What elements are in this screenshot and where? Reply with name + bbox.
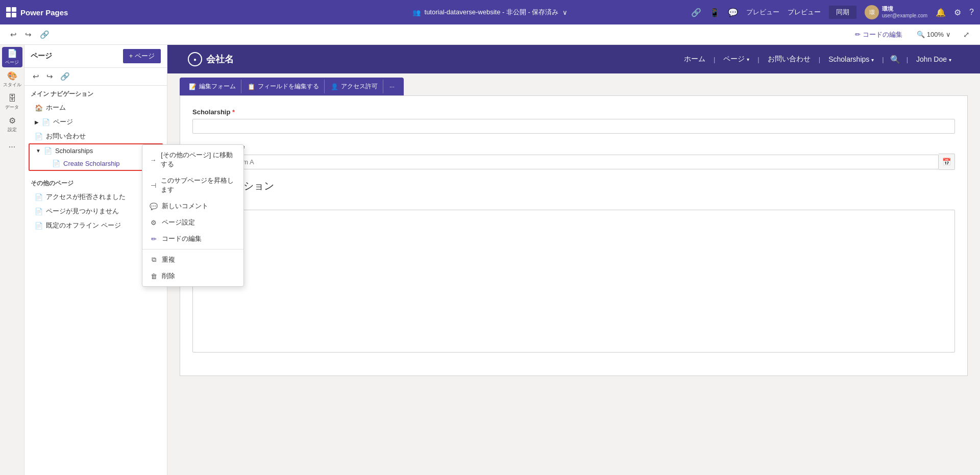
nav-item-page[interactable]: ▶ 📄 ページ [24, 115, 167, 129]
section-title: 新しいセクション [192, 179, 955, 193]
sidebar-item-data[interactable]: 🗄 データ [2, 92, 22, 112]
create-scholarship-icon: 📄 [52, 160, 60, 167]
offline-icon: 📄 [35, 222, 43, 230]
sidebar-item-pages[interactable]: 📄 ページ [2, 47, 22, 67]
panel-redo-button[interactable]: ↪ [44, 71, 55, 82]
help-icon[interactable]: ? [969, 8, 974, 17]
scholarships-section: ▼ 📄 Scholarships 📄 Create Scholarship ··… [29, 143, 163, 171]
access-denied-icon: 📄 [35, 193, 43, 201]
date-input-wrapper: 📅 [192, 154, 955, 170]
application-date-field-group: Application Date 📅 [192, 143, 955, 170]
nav-page-label: ページ [53, 117, 73, 127]
sync-button[interactable]: 同期 [829, 6, 856, 19]
top-bar: Power Pages 👥 tutorial-dataverse-website… [0, 0, 980, 24]
website-logo: ● 会社名 [188, 52, 234, 66]
edit-form-icon: 📝 [189, 83, 197, 90]
nav-item-home[interactable]: 🏠 ホーム [24, 101, 167, 115]
app-name: Power Pages [20, 8, 68, 17]
scholarship-field-group: Scholarship * [192, 108, 955, 134]
date-input[interactable] [192, 155, 939, 169]
zoom-control[interactable]: 🔍 100% ∨ [913, 29, 955, 40]
ctx-page-settings[interactable]: ⚙ ページ設定 [142, 214, 243, 231]
edit-form-button[interactable]: 📝 編集フォーム [184, 80, 241, 93]
scholarship-input[interactable] [192, 119, 955, 134]
comment-icon[interactable]: 💬 [728, 8, 738, 17]
more-icon: ··· [9, 142, 15, 152]
form-editor-area: 📝 編集フォーム 📋 フィールドを編集する 👤 アクセス許可 ··· [167, 73, 980, 475]
required-indicator: * [232, 108, 235, 116]
link-button[interactable]: 🔗 [38, 29, 52, 40]
site-info: 👥 tutorial-dataverse-website - 非公開 - 保存済… [412, 8, 568, 17]
chevron-icon: ▶ [35, 119, 39, 125]
ctx-duplicate[interactable]: ⧉ 重複 [142, 252, 243, 268]
edit-fields-button[interactable]: 📋 フィールドを編集する [242, 80, 325, 93]
app-logo: Power Pages [6, 7, 68, 17]
ctx-promote[interactable]: ⊣ このサブページを昇格します [142, 172, 243, 198]
description-label: Description [192, 199, 955, 207]
device-icon[interactable]: 📱 [709, 8, 720, 17]
nav-home-label: ホーム [46, 103, 66, 112]
contact-icon: 📄 [35, 133, 43, 140]
website-nav-scholarships[interactable]: Scholarships [820, 55, 882, 63]
logo-circle: ● [188, 52, 202, 66]
expand-button[interactable]: ⤢ [961, 29, 972, 40]
delete-icon: 🗑 [150, 272, 158, 280]
form-toolbar: 📝 編集フォーム 📋 フィールドを編集する 👤 アクセス許可 ··· [180, 78, 404, 95]
top-bar-right: 🔗 📱 💬 プレビュー プレビュー 同期 環 環境 user@example.c… [691, 5, 974, 19]
code-edit-button[interactable]: ✏ コードの編集 [851, 28, 906, 41]
website-search-icon[interactable]: 🔍 [890, 55, 900, 64]
ctx-code-icon: ✏ [150, 235, 158, 243]
navigate-icon: → [150, 156, 157, 164]
site-dropdown-icon[interactable]: ∨ [562, 9, 568, 16]
access-button[interactable]: 👤 アクセス許可 [326, 80, 383, 93]
website-header: ● 会社名 ホーム | ページ | お問い合わせ | Scholarships … [167, 45, 980, 73]
edit-fields-label: フィールドを編集する [258, 82, 319, 91]
second-bar-right: ✏ コードの編集 🔍 100% ∨ ⤢ [851, 28, 972, 41]
ctx-new-comment[interactable]: 💬 新しいコメント [142, 198, 243, 214]
ctx-settings-label: ページ設定 [162, 218, 195, 227]
calendar-button[interactable]: 📅 [939, 154, 955, 170]
pages-panel-header: ページ + ページ [24, 45, 167, 68]
description-input[interactable] [192, 210, 955, 353]
more-form-icon: ··· [389, 83, 395, 90]
undo-button[interactable]: ↩ [8, 29, 19, 40]
preview-label[interactable]: プレビュー [788, 8, 821, 17]
add-page-button[interactable]: + ページ [123, 49, 161, 63]
data-icon: 🗄 [8, 94, 16, 103]
website-user[interactable]: John Doe [908, 55, 960, 63]
preview-button[interactable]: プレビュー [746, 8, 779, 17]
styles-icon: 🎨 [7, 71, 17, 81]
scholarships-chevron: ▼ [36, 148, 41, 154]
bell-icon[interactable]: 🔔 [936, 8, 946, 17]
more-form-button[interactable]: ··· [384, 81, 400, 93]
ctx-code-edit[interactable]: ✏ コードの編集 [142, 231, 243, 247]
ctx-delete[interactable]: 🗑 削除 [142, 268, 243, 284]
sidebar-item-settings[interactable]: ⚙ 設定 [2, 114, 22, 135]
zoom-icon: 🔍 [917, 31, 925, 38]
main-nav-title: メイン ナビゲーション [24, 86, 167, 101]
application-date-label: Application Date [192, 143, 955, 151]
new-comment-icon: 💬 [150, 203, 158, 210]
settings-icon[interactable]: ⚙ [954, 8, 961, 17]
nav-item-contact[interactable]: 📄 お問い合わせ [24, 129, 167, 143]
website-nav-home[interactable]: ホーム [676, 55, 714, 64]
ctx-code-label: コードの編集 [162, 234, 202, 243]
panel-link-button[interactable]: 🔗 [58, 71, 72, 82]
pages-panel-title: ページ [31, 52, 52, 61]
share-icon[interactable]: 🔗 [691, 8, 701, 17]
panel-undo-button[interactable]: ↩ [31, 71, 41, 82]
sidebar-item-styles[interactable]: 🎨 スタイル [2, 69, 22, 90]
nav-scholarships-label: Scholarships [55, 147, 93, 155]
main-content: ● 会社名 ホーム | ページ | お問い合わせ | Scholarships … [167, 45, 980, 475]
ctx-navigate[interactable]: → [その他のページ] に移動する [142, 147, 243, 172]
duplicate-icon: ⧉ [150, 256, 158, 264]
website-nav-pages[interactable]: ページ [715, 55, 757, 64]
website-nav: ホーム | ページ | お問い合わせ | Scholarships | 🔍 | … [676, 55, 960, 64]
pages-panel: ページ + ページ ↩ ↪ 🔗 メイン ナビゲーション 🏠 ホーム ▶ 📄 ペー… [24, 45, 167, 475]
access-label: アクセス許可 [341, 82, 378, 91]
main-layout: 📄 ページ 🎨 スタイル 🗄 データ ⚙ 設定 ··· ページ + ページ ↩ … [0, 45, 980, 475]
sidebar-item-more[interactable]: ··· [2, 137, 22, 157]
context-menu: → [その他のページ] に移動する ⊣ このサブページを昇格します 💬 新しいコ… [142, 144, 244, 287]
website-nav-contact[interactable]: お問い合わせ [760, 55, 819, 64]
redo-button[interactable]: ↪ [23, 29, 34, 40]
